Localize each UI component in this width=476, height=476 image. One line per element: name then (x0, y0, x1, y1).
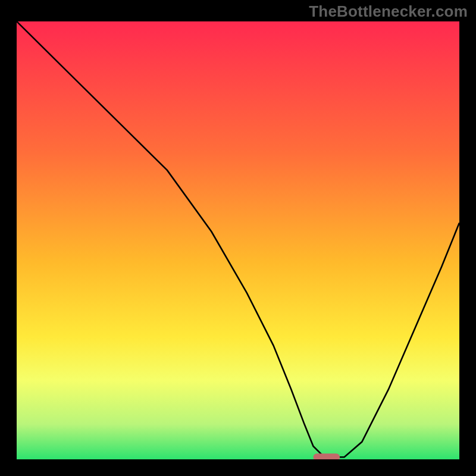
chart-frame: TheBottlenecker.com (0, 0, 476, 476)
plot-area (17, 21, 459, 459)
optimum-marker (314, 453, 340, 459)
bottleneck-chart (17, 21, 459, 459)
watermark-text: TheBottlenecker.com (309, 2, 468, 21)
